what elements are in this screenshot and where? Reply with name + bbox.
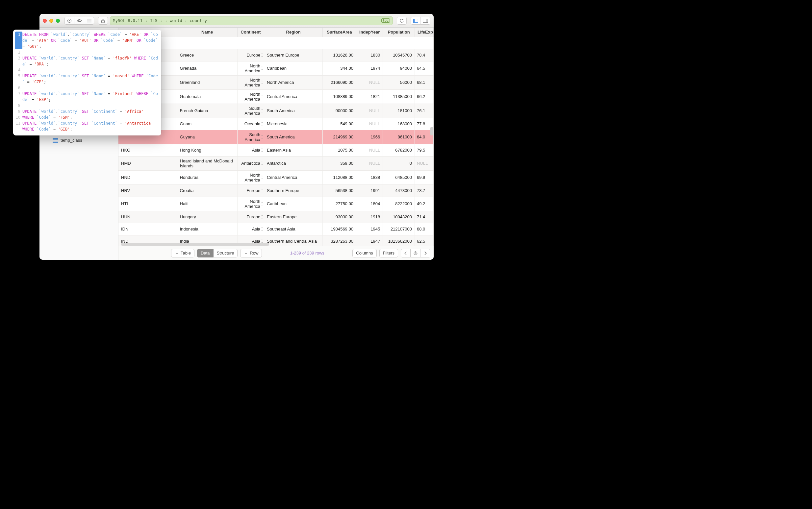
table-row[interactable]: GreenlandNorthAmerica⌃⌄North America2166…	[119, 75, 434, 90]
cell[interactable]: 94000	[383, 61, 415, 75]
cell-continent[interactable]: NorthAmerica⌃⌄	[237, 61, 264, 75]
cell[interactable]: Grenada	[177, 61, 237, 75]
cell[interactable]: 112088.00	[323, 170, 356, 184]
table-row[interactable]: HNDHondurasNorthAmerica⌃⌄Central America…	[119, 170, 434, 184]
filters-button[interactable]: Filters	[379, 249, 398, 258]
columns-button[interactable]: Columns	[352, 249, 377, 258]
sidebar-right-icon[interactable]	[420, 17, 430, 25]
cell[interactable]: 1821	[356, 90, 383, 104]
add-table-button[interactable]: ＋ Table	[171, 249, 194, 258]
cell[interactable]: IDN	[119, 223, 177, 235]
cell[interactable]: Eastern Europe	[264, 211, 323, 223]
cell[interactable]: 212107000	[383, 223, 415, 235]
horizontal-scrollbar[interactable]	[121, 243, 269, 246]
cell[interactable]: 8222000	[383, 197, 415, 211]
col-population[interactable]: Population	[383, 28, 415, 37]
table-row[interactable]: GuatemalaNorthAmerica⌃⌄Central America10…	[119, 90, 434, 104]
cell[interactable]: 1904569.00	[323, 223, 356, 235]
cell[interactable]: 71.4	[415, 211, 433, 223]
stepper-icon[interactable]: ⌃⌄	[261, 135, 263, 139]
cell[interactable]: Honduras	[177, 170, 237, 184]
cell[interactable]: Croatia	[177, 184, 237, 197]
cell[interactable]: 6485000	[383, 170, 415, 184]
cell[interactable]: 1838	[356, 170, 383, 184]
cell[interactable]: 214969.00	[323, 130, 356, 144]
cell[interactable]: Indonesia	[177, 223, 237, 235]
cell[interactable]: Guyana	[177, 130, 237, 144]
table-row[interactable]: GuamOceania⌃⌄Micronesia549.00NULL1680007…	[119, 118, 434, 130]
cell[interactable]: 861000	[383, 130, 415, 144]
stepper-icon[interactable]: ⌃⌄	[261, 240, 263, 243]
cell[interactable]: 344.00	[323, 61, 356, 75]
cell[interactable]: 4473000	[383, 184, 415, 197]
cell-continent[interactable]: Europe⌃⌄	[237, 184, 264, 197]
cell-continent[interactable]: Oceania⌃⌄	[237, 118, 264, 130]
cell[interactable]: South America	[264, 104, 323, 118]
cell[interactable]: Hungary	[177, 211, 237, 223]
cell[interactable]: 79.5	[415, 144, 433, 156]
cell[interactable]: 66.2	[415, 90, 433, 104]
cell-continent[interactable]: NorthAmerica⌃⌄	[237, 90, 264, 104]
cell[interactable]: 181000	[383, 104, 415, 118]
stepper-icon[interactable]: ⌃⌄	[261, 122, 263, 126]
cell[interactable]: 1830	[356, 49, 383, 61]
cell[interactable]: Guatemala	[177, 90, 237, 104]
cell[interactable]: 131626.00	[323, 49, 356, 61]
cell[interactable]: 93030.00	[323, 211, 356, 223]
prev-page-button[interactable]	[401, 249, 411, 258]
cell[interactable]: NULL	[356, 156, 383, 170]
sidebar-item-temp-class[interactable]: temp_class	[39, 136, 118, 144]
stepper-icon[interactable]: ⌃⌄	[261, 109, 263, 112]
cell[interactable]: NULL	[356, 104, 383, 118]
preview-icon[interactable]	[74, 17, 84, 25]
col-lifeexp[interactable]: LifeExp	[415, 28, 433, 37]
sidebar-left-icon[interactable]	[411, 17, 420, 25]
cell[interactable]: 56000	[383, 75, 415, 90]
cell-continent[interactable]: Asia⌃⌄	[237, 144, 264, 156]
cell[interactable]: Caribbean	[264, 197, 323, 211]
cell[interactable]: Heard Island and McDonald Islands	[177, 156, 237, 170]
cell[interactable]: NULL	[415, 156, 433, 170]
table-row[interactable]: IDNIndonesiaAsia⌃⌄Southeast Asia1904569.…	[119, 223, 434, 235]
cell[interactable]: 1945	[356, 223, 383, 235]
cell[interactable]: Haiti	[177, 197, 237, 211]
cancel-icon[interactable]	[64, 17, 74, 25]
cell[interactable]: 1075.00	[323, 144, 356, 156]
gear-icon[interactable]	[411, 249, 420, 258]
cell[interactable]: 10545700	[383, 49, 415, 61]
cell[interactable]: 68.1	[415, 75, 433, 90]
cell[interactable]: 10043200	[383, 211, 415, 223]
cell-continent[interactable]: NorthAmerica⌃⌄	[237, 170, 264, 184]
cell[interactable]: 49.2	[415, 197, 433, 211]
data-grid[interactable]: Name Continent Region SurfaceArea IndepY…	[119, 28, 434, 246]
cell[interactable]: 78.4	[415, 49, 433, 61]
cell[interactable]: HND	[119, 170, 177, 184]
cell[interactable]: North America	[264, 75, 323, 90]
cell-continent[interactable]: NorthAmerica⌃⌄	[237, 75, 264, 90]
cell[interactable]: 27750.00	[323, 197, 356, 211]
cell[interactable]: Guam	[177, 118, 237, 130]
close-window-button[interactable]	[43, 19, 47, 23]
tab-structure[interactable]: Structure	[214, 249, 238, 258]
cell[interactable]: 1013662000	[383, 235, 415, 246]
cell[interactable]: 69.9	[415, 170, 433, 184]
cell[interactable]: 1804	[356, 197, 383, 211]
cell[interactable]: 0	[383, 156, 415, 170]
cell[interactable]: 64.5	[415, 61, 433, 75]
vertical-scrollbar[interactable]	[430, 127, 433, 135]
cell[interactable]: South America	[264, 130, 323, 144]
cell[interactable]: 73.7	[415, 184, 433, 197]
tab-data[interactable]: Data	[197, 249, 213, 258]
cell[interactable]: Caribbean	[264, 61, 323, 75]
cell[interactable]: Central America	[264, 170, 323, 184]
col-continent[interactable]: Continent	[237, 28, 264, 37]
cell[interactable]: HUN	[119, 211, 177, 223]
stepper-icon[interactable]: ⌃⌄	[261, 228, 263, 231]
cell[interactable]: 1974	[356, 61, 383, 75]
lock-icon[interactable]	[98, 17, 108, 25]
cell[interactable]: 1947	[356, 235, 383, 246]
cell[interactable]: Central America	[264, 90, 323, 104]
refresh-icon[interactable]	[397, 17, 407, 25]
stepper-icon[interactable]: ⌃⌄	[261, 162, 263, 165]
table-row[interactable]: GreeceEurope⌃⌄Southern Europe131626.0018…	[119, 49, 434, 61]
